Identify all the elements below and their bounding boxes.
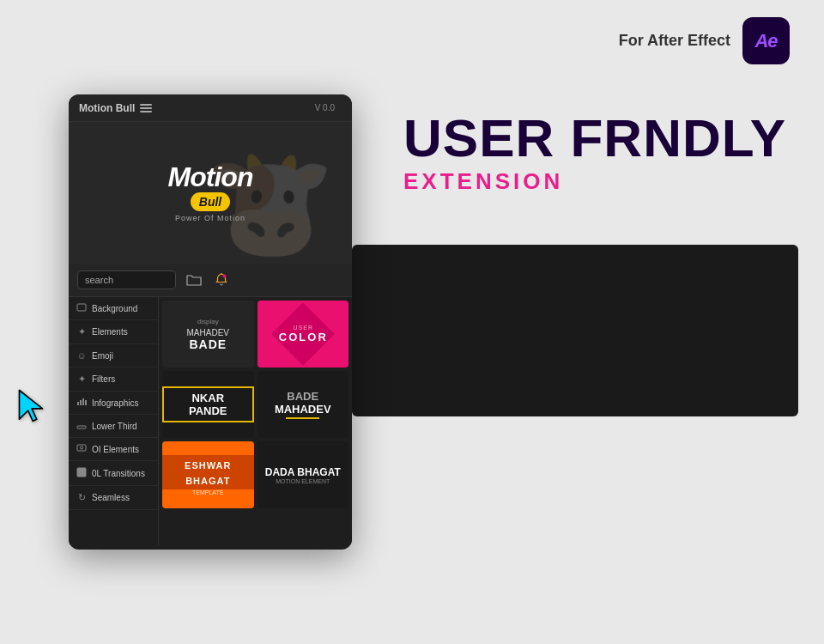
version-label: V 0.0 xyxy=(308,101,342,114)
sidebar-item-oi-elements[interactable]: OI Elements xyxy=(69,438,158,461)
color-diamond-shape: USER COLOR xyxy=(271,302,335,366)
hamburger-menu-icon[interactable] xyxy=(140,104,152,112)
sidebar-item-elements[interactable]: ✦ Elements xyxy=(69,320,158,344)
main-title-subtitle: EXTENSION xyxy=(403,168,824,195)
panel-header: Motion Bull V 0.0 xyxy=(69,94,352,122)
svg-marker-0 xyxy=(20,391,43,422)
search-input[interactable] xyxy=(77,270,176,289)
main-title-heading: USER FRNDLY xyxy=(403,112,824,165)
top-right-branding: For After Effect Ae xyxy=(619,17,790,64)
sidebar-transitions-label: 0L Transitions xyxy=(92,469,145,478)
svg-rect-11 xyxy=(77,468,86,477)
grid-item-nkar-pande[interactable]: NKAR PANDE xyxy=(162,371,254,438)
dada-bhagat-content: DADA BHAGAT MOTION ELEMENT xyxy=(265,466,341,484)
sidebar-oi-elements-label: OI Elements xyxy=(92,445,139,454)
infographics-icon xyxy=(76,398,88,408)
emoji-icon: ☺ xyxy=(76,350,88,361)
motion-logo-text: Motion xyxy=(168,163,253,191)
bade-mahadev-line2: MAHADEV xyxy=(275,403,331,416)
svg-point-1 xyxy=(221,273,222,275)
eshwar-name-box: ESHWAR BHAGAT xyxy=(162,455,254,489)
bull-badge: Bull xyxy=(191,192,230,211)
filters-icon: ✦ xyxy=(76,374,88,385)
nkar-pande-border-box: NKAR PANDE xyxy=(162,386,254,422)
eshwar-bhagat-sub: TEMPLATE xyxy=(162,489,254,495)
preview-area: 🐮 Motion Bull Power Of Motion xyxy=(69,122,352,264)
grid-container: display MAHADEV BADE USER COLOR xyxy=(162,301,348,508)
grid-item-eshwar-bhagat[interactable]: ESHWAR BHAGAT TEMPLATE xyxy=(162,441,254,508)
sidebar-item-filters[interactable]: ✦ Filters xyxy=(69,368,158,392)
motion-bull-logo: Motion Bull Power Of Motion xyxy=(168,163,253,222)
bade-mahadev-line1: BADE xyxy=(275,390,331,403)
sidebar: Background ✦ Elements ☺ Emoji ✦ Filters … xyxy=(69,297,159,545)
svg-rect-9 xyxy=(77,445,86,451)
notification-icon[interactable] xyxy=(212,270,231,289)
svg-rect-7 xyxy=(85,400,87,405)
grid-item-dada-bhagat[interactable]: DADA BHAGAT MOTION ELEMENT xyxy=(258,441,349,508)
transitions-icon xyxy=(76,467,88,479)
main-title-block: USER FRNDLY EXTENSION xyxy=(403,112,824,195)
sidebar-item-lower-third[interactable]: Lower Third xyxy=(69,415,158,438)
svg-rect-6 xyxy=(82,398,84,405)
eshwar-bhagat-text: ESHWAR BHAGAT xyxy=(185,460,231,486)
grid-item-mahadev-bade[interactable]: display MAHADEV BADE xyxy=(162,301,254,368)
svg-point-10 xyxy=(81,447,83,449)
sidebar-filters-label: Filters xyxy=(92,374,115,384)
bull-badge-text: Bull xyxy=(199,195,221,209)
svg-rect-4 xyxy=(77,402,79,405)
svg-rect-3 xyxy=(77,304,86,311)
dark-preview-panel xyxy=(352,245,798,416)
sidebar-seamless-label: Seamless xyxy=(92,493,130,502)
svg-rect-5 xyxy=(80,400,82,405)
bade-mahadev-content: BADE MAHADEV xyxy=(275,390,331,419)
nkar-pande-text: NKAR PANDE xyxy=(173,392,244,417)
sidebar-item-transitions[interactable]: 0L Transitions xyxy=(69,461,158,486)
sidebar-infographics-label: Infographics xyxy=(92,398,138,408)
color-top-text: USER xyxy=(278,325,327,331)
elements-icon: ✦ xyxy=(76,326,88,337)
grid-area: display MAHADEV BADE USER COLOR xyxy=(159,297,352,545)
sidebar-item-seamless[interactable]: ↻ Seamless xyxy=(69,486,158,510)
grid-item-color[interactable]: USER COLOR xyxy=(258,301,349,368)
mahadev-bade-top-text: display xyxy=(187,318,229,325)
sidebar-item-infographics[interactable]: Infographics xyxy=(69,392,158,415)
seamless-icon: ↻ xyxy=(76,492,88,503)
bade-label: BADE xyxy=(187,337,229,351)
eshwar-bhagat-content: ESHWAR BHAGAT TEMPLATE xyxy=(162,455,254,495)
bade-mahadev-underline xyxy=(286,417,319,419)
folder-icon[interactable] xyxy=(185,270,203,289)
mahadev-label: MAHADEV xyxy=(187,328,229,337)
svg-point-2 xyxy=(223,275,227,278)
svg-rect-8 xyxy=(77,426,86,428)
panel-title-group: Motion Bull xyxy=(79,102,152,114)
cursor-arrow xyxy=(15,386,54,428)
toolbar xyxy=(69,264,352,297)
panel-title-text: Motion Bull xyxy=(79,102,135,114)
oi-elements-icon xyxy=(76,444,88,454)
panel-body: Background ✦ Elements ☺ Emoji ✦ Filters … xyxy=(69,297,352,545)
sidebar-lower-third-label: Lower Third xyxy=(92,422,137,431)
color-main-text: COLOR xyxy=(278,331,327,343)
ae-logo: Ae xyxy=(742,17,790,64)
background-icon xyxy=(76,303,88,313)
extension-panel: Motion Bull V 0.0 🐮 Motion Bull Power Of… xyxy=(69,94,352,550)
sidebar-emoji-label: Emoji xyxy=(92,351,113,361)
dada-bhagat-sub: MOTION ELEMENT xyxy=(265,478,341,484)
sidebar-item-emoji[interactable]: ☺ Emoji xyxy=(69,344,158,368)
sidebar-elements-label: Elements xyxy=(92,327,128,337)
power-of-motion-text: Power Of Motion xyxy=(168,214,253,222)
lower-third-icon xyxy=(76,421,88,431)
sidebar-item-background[interactable]: Background xyxy=(69,297,158,320)
for-after-effect-label: For After Effect xyxy=(619,32,730,50)
dada-bhagat-text: DADA BHAGAT xyxy=(265,466,341,478)
grid-item-bade-mahadev[interactable]: BADE MAHADEV xyxy=(258,371,349,438)
sidebar-background-label: Background xyxy=(92,304,137,313)
